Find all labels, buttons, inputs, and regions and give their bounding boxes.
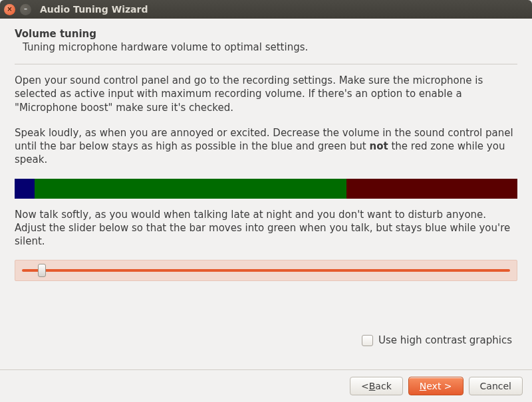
- level-blue-zone: [15, 179, 35, 199]
- p2-strong: not: [370, 140, 388, 152]
- audio-tuning-wizard-window: × – Audio Tuning Wizard Volume tuning Tu…: [0, 0, 532, 402]
- next-underline: N: [420, 381, 426, 391]
- minimize-icon[interactable]: –: [20, 4, 31, 15]
- slider-thumb[interactable]: [38, 264, 46, 277]
- high-contrast-option[interactable]: Use high contrast graphics: [15, 334, 512, 346]
- back-underline: B: [369, 381, 376, 391]
- cancel-label: Cancel: [480, 381, 511, 391]
- page-subtitle: Tuning microphone hardware volume to opt…: [23, 41, 517, 53]
- slider-track: [22, 269, 510, 272]
- wizard-footer: < Back Next > Cancel: [0, 369, 532, 402]
- back-button[interactable]: < Back: [350, 377, 403, 395]
- instruction-paragraph-1: Open your sound control panel and go to …: [15, 74, 517, 114]
- level-green-zone: [35, 179, 346, 199]
- instruction-paragraph-3: Now talk softly, as you would when talki…: [15, 208, 517, 249]
- next-rest: ext >: [426, 381, 452, 391]
- cancel-button[interactable]: Cancel: [469, 377, 523, 395]
- page-title: Volume tuning: [15, 28, 517, 40]
- back-prefix: <: [361, 381, 369, 391]
- close-icon[interactable]: ×: [4, 4, 15, 15]
- divider: [15, 64, 517, 64]
- back-rest: ack: [375, 381, 391, 391]
- titlebar: × – Audio Tuning Wizard: [0, 0, 532, 19]
- window-title: Audio Tuning Wizard: [40, 4, 148, 15]
- instruction-paragraph-2: Speak loudly, as when you are annoyed or…: [15, 126, 517, 167]
- amplification-slider[interactable]: [15, 260, 517, 281]
- high-contrast-label: Use high contrast graphics: [378, 334, 512, 346]
- volume-level-meter: [15, 179, 517, 199]
- high-contrast-checkbox[interactable]: [362, 335, 373, 346]
- content-area: Volume tuning Tuning microphone hardware…: [0, 19, 532, 369]
- next-button[interactable]: Next >: [408, 377, 464, 395]
